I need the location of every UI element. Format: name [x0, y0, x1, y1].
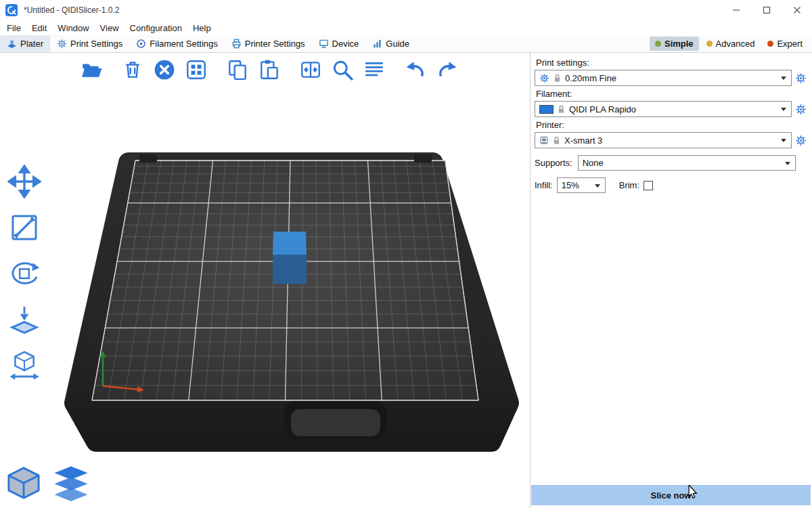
- cube-top-face: [273, 232, 307, 255]
- menu-window[interactable]: Window: [52, 20, 94, 35]
- qidi-logo-icon: [5, 4, 18, 16]
- print-settings-gear-button[interactable]: [794, 70, 808, 86]
- brim-label: Brim:: [619, 180, 639, 190]
- tab-label: Printer Settings: [245, 39, 305, 49]
- mode-simple[interactable]: Simple: [650, 37, 699, 51]
- open-button[interactable]: [78, 57, 104, 83]
- filament-color-swatch: [539, 105, 554, 114]
- menu-edit[interactable]: Edit: [26, 20, 52, 35]
- editor-3d-cube-icon: [5, 465, 42, 501]
- arrange-button[interactable]: [183, 57, 209, 83]
- rotate-icon: [7, 257, 41, 291]
- simple-dot-icon: [655, 41, 661, 47]
- move-icon: [7, 165, 41, 198]
- brim-checkbox[interactable]: [644, 181, 653, 190]
- tray-handle-floor: [291, 409, 380, 436]
- filament-gear-button[interactable]: [794, 101, 808, 117]
- split-view-button[interactable]: [298, 57, 323, 83]
- mode-advanced[interactable]: Advanced: [701, 37, 761, 51]
- gear-icon: [795, 72, 807, 84]
- place-on-face-icon: [7, 303, 41, 337]
- copy-button[interactable]: [225, 57, 250, 83]
- search-button[interactable]: [330, 57, 355, 83]
- filament-value: QIDI PLA Rapido: [569, 104, 636, 114]
- mode-label: Expert: [777, 39, 803, 49]
- maximize-icon: [763, 6, 771, 14]
- delete-button[interactable]: [120, 57, 145, 83]
- plate-clip-right: [414, 154, 432, 163]
- guide-bars-icon: [372, 39, 382, 49]
- printer-label: Printer:: [536, 120, 808, 130]
- delete-icon: [121, 58, 144, 81]
- redo-button[interactable]: [434, 57, 460, 83]
- tab-printer-settings[interactable]: Printer Settings: [225, 35, 312, 52]
- printer-gear-button[interactable]: [794, 132, 808, 148]
- scale-button[interactable]: [1, 209, 47, 247]
- lock-icon: [554, 74, 561, 83]
- tab-label: Print Settings: [70, 39, 122, 49]
- measure-button[interactable]: [1, 347, 47, 385]
- paste-button[interactable]: [256, 57, 282, 83]
- undo-button[interactable]: [403, 57, 428, 83]
- mouse-cursor: [687, 485, 700, 503]
- advanced-dot-icon: [706, 41, 713, 47]
- menu-view[interactable]: View: [95, 20, 125, 35]
- filament-combo[interactable]: QIDI PLA Rapido: [535, 101, 792, 117]
- printer-icon: [539, 135, 549, 145]
- tab-label: Device: [332, 39, 359, 49]
- minimize-button[interactable]: [721, 0, 751, 20]
- delete-all-button[interactable]: [152, 57, 177, 83]
- menu-file[interactable]: File: [1, 20, 26, 35]
- move-button[interactable]: [1, 163, 47, 200]
- window-controls: [721, 0, 812, 20]
- infill-combo[interactable]: 15%: [557, 177, 606, 193]
- search-icon: [331, 58, 354, 81]
- chevron-down-icon: [781, 108, 786, 111]
- tab-plater[interactable]: Plater: [0, 35, 50, 52]
- viewport-3d[interactable]: [0, 53, 530, 508]
- close-button[interactable]: [782, 0, 812, 20]
- place-on-face-button[interactable]: [1, 301, 47, 339]
- view-toggle: [4, 463, 91, 503]
- rotate-button[interactable]: [1, 255, 47, 293]
- plate-clip-left: [139, 154, 157, 163]
- printer-value: X-smart 3: [564, 135, 602, 146]
- supports-value: None: [583, 158, 604, 168]
- infill-label: Infill:: [535, 180, 553, 190]
- supports-combo[interactable]: None: [578, 155, 796, 171]
- preview-button[interactable]: [51, 463, 91, 503]
- lock-icon: [553, 136, 560, 145]
- menu-configuration[interactable]: Configuration: [125, 20, 187, 35]
- redo-icon: [436, 58, 459, 81]
- mode-label: Simple: [664, 39, 694, 49]
- mode-expert[interactable]: Expert: [762, 37, 808, 51]
- maximize-button[interactable]: [751, 0, 782, 20]
- split-view-icon: [299, 58, 322, 81]
- menubar: File Edit Window View Configuration Help: [0, 20, 812, 35]
- tab-device[interactable]: Device: [312, 35, 366, 52]
- gear-icon: [795, 104, 807, 115]
- tab-guide[interactable]: Guide: [365, 35, 416, 52]
- tab-print-settings[interactable]: Print Settings: [50, 35, 129, 52]
- chevron-down-icon: [595, 184, 600, 188]
- tab-filament-settings[interactable]: Filament Settings: [129, 35, 224, 52]
- main-area: Print settings: 0.20mm Fine Filament: QI…: [0, 53, 812, 508]
- tabbar: Plater Print Settings Filament Settings …: [0, 35, 812, 53]
- editor-view-button[interactable]: [4, 463, 43, 503]
- print-settings-label: Print settings:: [536, 58, 808, 68]
- filament-label: Filament:: [536, 89, 808, 99]
- lock-icon: [558, 105, 565, 114]
- minimize-icon: [732, 6, 740, 14]
- menu-help[interactable]: Help: [187, 20, 217, 35]
- slice-now-button[interactable]: Slice now: [531, 485, 811, 505]
- printer-combo[interactable]: X-smart 3: [535, 132, 792, 148]
- chevron-down-icon: [785, 162, 790, 165]
- layer-list-icon: [363, 58, 386, 81]
- plater-icon: [7, 39, 17, 49]
- measure-icon: [7, 349, 41, 383]
- model-cube[interactable]: [273, 232, 307, 284]
- layer-list-button[interactable]: [361, 57, 387, 83]
- print-settings-combo[interactable]: 0.20mm Fine: [535, 70, 792, 86]
- printer-icon: [231, 39, 242, 49]
- paste-icon: [258, 58, 281, 81]
